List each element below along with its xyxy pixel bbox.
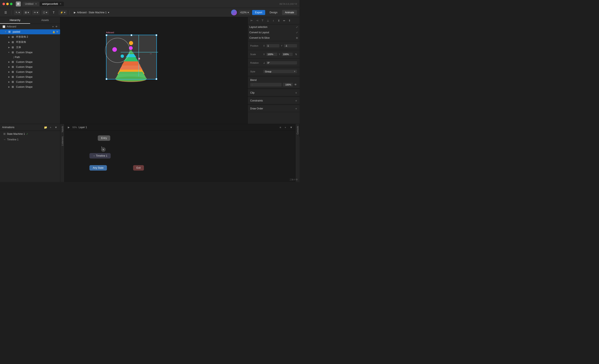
blend-visibility-toggle[interactable]: 👁 bbox=[294, 83, 297, 86]
convert-to-nslice-btn[interactable]: Convert to N-Slice ⊞ bbox=[248, 35, 300, 41]
anim-item-sm1[interactable]: ⊞ State Machine 1 ✓ bbox=[1, 131, 59, 136]
sm-transition-bubble[interactable]: ▾ bbox=[101, 147, 106, 152]
handle-tl[interactable] bbox=[106, 34, 107, 36]
select-tool[interactable]: ↖ ▾ bbox=[14, 10, 21, 15]
fullscreen-button[interactable] bbox=[10, 3, 12, 5]
constraints-header[interactable]: Constraints + bbox=[250, 99, 297, 102]
sm-node-entry[interactable]: Entry bbox=[98, 135, 110, 141]
tab-untitled[interactable]: Untitled ✕ bbox=[22, 2, 39, 6]
handle-br[interactable] bbox=[156, 78, 157, 80]
hierarchy-item-custom2[interactable]: ▶ ⊞ Custom Shape bbox=[0, 60, 60, 64]
shape-tool[interactable]: ⬡ ▾ bbox=[41, 10, 49, 15]
sm-node-exit[interactable]: Exit bbox=[133, 165, 144, 170]
position-x-value[interactable]: 1 bbox=[266, 44, 279, 47]
hierarchy-item-custom4[interactable]: ▶ ⊞ Custom Shape bbox=[0, 70, 60, 74]
zoom-control[interactable]: 410% ▾ bbox=[238, 10, 250, 15]
hierarchy-item-custom1[interactable]: ▾ ⊞ Custom Shape bbox=[0, 50, 60, 55]
listeners-tab[interactable]: Listeners bbox=[60, 134, 64, 148]
hierarchy-item-pasted[interactable]: ▾ ⊞ pasted 🔒 👁 bbox=[0, 29, 60, 34]
handle-bl[interactable] bbox=[106, 78, 107, 80]
sm-collapse-icon[interactable]: ▼ bbox=[289, 125, 293, 129]
design-button[interactable]: Design bbox=[267, 10, 280, 15]
frame-tool[interactable]: ⊞ ▾ bbox=[23, 10, 31, 15]
custom5-label: Custom Shape bbox=[16, 76, 58, 78]
blend-mode-select[interactable]: - bbox=[250, 83, 282, 87]
pen-tool[interactable]: ✏ ▾ bbox=[32, 10, 40, 15]
sm-play-btn[interactable]: ▶ bbox=[67, 125, 71, 129]
scale-link-icon[interactable]: ⇅ bbox=[295, 53, 297, 56]
lock-icon[interactable]: 🔒 bbox=[53, 31, 55, 33]
console-tab[interactable]: Console bbox=[296, 124, 300, 136]
artboard-name-label: Artboard bbox=[106, 31, 114, 34]
tab-wishjarconfetti-close[interactable]: ✕ bbox=[60, 3, 61, 5]
scale-x-value[interactable]: 100% bbox=[266, 53, 277, 56]
sm-node-anystate[interactable]: Any State bbox=[89, 165, 107, 170]
component-tool[interactable]: ⚡ ▾ bbox=[58, 10, 67, 15]
artboard-label[interactable]: ▶ Artboard · State Machine 1 ▾ bbox=[74, 11, 109, 14]
hierarchy-item-huanxing2[interactable]: ▶ ⊞ 环形装饰 2 bbox=[0, 34, 60, 40]
style-chevron: ▾ bbox=[294, 70, 295, 73]
hierarchy-item-custom5[interactable]: ▶ ⊞ Custom Shape bbox=[0, 74, 60, 80]
tab-assets[interactable]: Assets bbox=[30, 17, 60, 24]
clip-header[interactable]: Clip + bbox=[250, 91, 297, 94]
align-bottom[interactable]: ⊻ bbox=[276, 18, 281, 23]
style-select[interactable]: Group ▾ bbox=[263, 70, 297, 73]
zoom-value: 410% bbox=[240, 11, 247, 14]
menu-button[interactable]: ☰ bbox=[2, 9, 9, 15]
sm-list-icon[interactable]: ≡ bbox=[278, 125, 282, 129]
sm-node-timeline[interactable]: → Timeline 1 bbox=[89, 153, 111, 159]
artboard-row[interactable]: ⬜ Artboard ▾ 👁 bbox=[0, 24, 60, 29]
hierarchy-item-custom3[interactable]: ▶ ⊞ Custom Shape bbox=[0, 64, 60, 70]
anim-item-tl1[interactable]: → Timeline 1 bbox=[1, 137, 59, 142]
anim-collapse-btn[interactable]: ▼ bbox=[54, 125, 58, 129]
animate-button[interactable]: Animate bbox=[282, 10, 297, 15]
anim-add-btn[interactable]: + bbox=[48, 125, 53, 129]
align-left[interactable]: ⊢ bbox=[249, 18, 254, 23]
hierarchy-item-custom6[interactable]: ▶ ⊞ Custom Shape bbox=[0, 80, 60, 84]
artboard-visibility[interactable]: 👁 bbox=[55, 25, 58, 28]
hierarchy-item-huanxing[interactable]: ▶ ⊞ 环形装饰 bbox=[0, 40, 60, 45]
blend-header[interactable]: Blend bbox=[250, 79, 297, 81]
blend-opacity-value[interactable]: 100% bbox=[283, 83, 293, 87]
close-button[interactable] bbox=[2, 3, 5, 5]
tab-untitled-close[interactable]: ✕ bbox=[35, 3, 37, 5]
hierarchy-item-zhuti[interactable]: ▶ ⊞ 主体 bbox=[0, 45, 60, 50]
distribute-h[interactable]: ⇔ bbox=[282, 18, 286, 23]
export-button[interactable]: Export bbox=[252, 10, 265, 15]
draw-order-add-icon[interactable]: + bbox=[295, 107, 297, 110]
minimize-button[interactable] bbox=[6, 3, 9, 5]
text-tool[interactable]: T bbox=[51, 9, 57, 15]
layout-selection-btn[interactable]: Layout selection ⤢ bbox=[248, 24, 300, 30]
eye-icon[interactable]: 👁 bbox=[56, 31, 58, 33]
constraints-add-icon[interactable]: + bbox=[295, 99, 297, 102]
artboard-expand[interactable]: ▾ bbox=[53, 25, 54, 28]
custom4-chevron: ▶ bbox=[8, 71, 11, 73]
align-center-v[interactable]: ↕ bbox=[271, 18, 276, 23]
clip-add-icon[interactable]: + bbox=[295, 91, 297, 94]
user-avatar[interactable] bbox=[231, 9, 237, 15]
align-right[interactable]: ⊤ bbox=[260, 18, 265, 23]
position-y-value[interactable]: -1 bbox=[284, 44, 297, 47]
draw-order-header[interactable]: Draw Order + bbox=[250, 107, 297, 110]
scale-y-value[interactable]: 100% bbox=[282, 53, 293, 56]
pen-chevron: ▾ bbox=[37, 11, 38, 14]
anim-folder-btn[interactable]: 📁 bbox=[44, 125, 48, 129]
align-center-h[interactable]: ⊣ bbox=[255, 18, 259, 23]
hierarchy-item-path1[interactable]: ∫ Path bbox=[0, 55, 60, 60]
crosshair-horizontal bbox=[121, 52, 158, 53]
align-top[interactable]: ⊥ bbox=[266, 18, 270, 23]
handle-tc[interactable] bbox=[131, 34, 132, 36]
tab-wishjarconfetti[interactable]: wishjarconfetti ✕ bbox=[40, 2, 64, 6]
svg-point-11 bbox=[115, 77, 147, 81]
app-icon: R bbox=[16, 1, 21, 7]
state-machine-canvas[interactable]: ▶ 93% Layer 1 ≡ + ▼ Entry ▾ → Timeline 1… bbox=[64, 124, 295, 182]
distribute-v[interactable]: ⇕ bbox=[287, 18, 292, 23]
inputs-tab[interactable]: Inputs bbox=[60, 124, 64, 134]
rotation-value[interactable]: 0° bbox=[266, 61, 297, 64]
convert-to-layout-btn[interactable]: Convert to Layout ⤢ bbox=[248, 30, 300, 35]
custom6-chevron: ▶ bbox=[8, 81, 11, 83]
tab-hierarchy[interactable]: Hierarchy bbox=[0, 17, 30, 24]
handle-tr[interactable] bbox=[156, 34, 157, 36]
hierarchy-item-custom7[interactable]: ▶ ⊞ Custom Shape bbox=[0, 84, 60, 89]
sm-add-icon[interactable]: + bbox=[283, 125, 287, 129]
